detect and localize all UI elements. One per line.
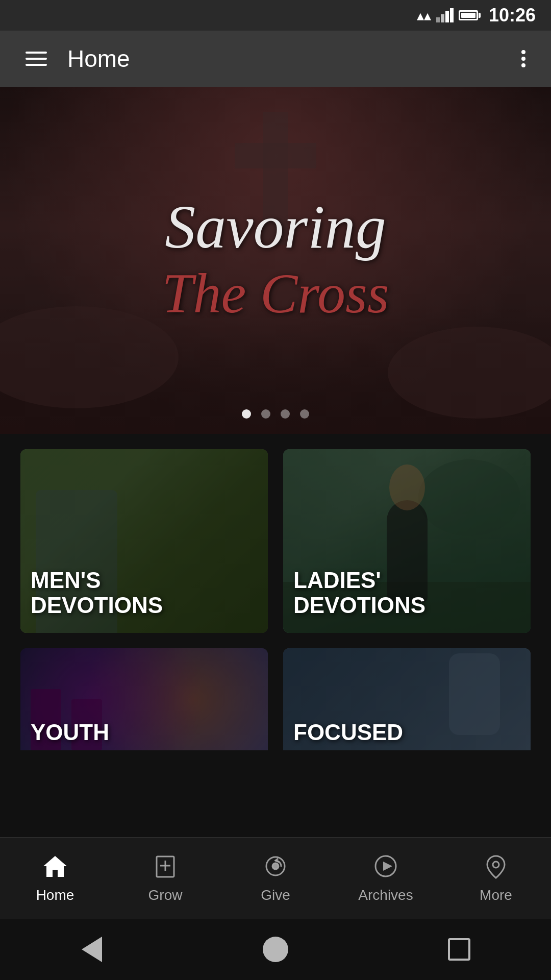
nav-item-more[interactable]: More: [441, 848, 551, 909]
system-navigation: [0, 919, 551, 980]
status-icons: ▴▴: [417, 7, 481, 24]
give-icon: [263, 853, 288, 883]
more-nav-icon: [483, 853, 509, 883]
dot: [521, 50, 525, 54]
signal-icon: [436, 8, 454, 22]
nav-item-give[interactable]: Give: [220, 848, 331, 909]
svg-marker-0: [43, 856, 67, 877]
carousel-dots: [242, 409, 309, 419]
card-grid-2: YOUTH FOCUSED: [20, 648, 531, 750]
hamburger-line: [26, 52, 47, 54]
nav-label-home: Home: [36, 887, 74, 903]
status-bar: ▴▴ 10:26: [0, 0, 551, 31]
ladies-devotions-card[interactable]: LADIES' DEVOTIONS: [283, 449, 531, 633]
back-button[interactable]: [71, 929, 112, 970]
svg-point-5: [272, 863, 279, 869]
card-label: YOUTH: [31, 720, 258, 745]
wifi-icon: ▴▴: [417, 7, 431, 24]
carousel-dot-4[interactable]: [300, 409, 309, 419]
battery-icon: [459, 10, 481, 20]
home-icon: [42, 853, 68, 883]
youth-card[interactable]: YOUTH: [20, 648, 268, 750]
archives-icon: [373, 853, 398, 883]
hero-banner: Savoring The Cross: [0, 87, 551, 434]
grow-icon: [153, 853, 178, 883]
nav-item-grow[interactable]: Grow: [110, 848, 220, 909]
carousel-dot-3[interactable]: [281, 409, 290, 419]
hero-text: Savoring The Cross: [141, 197, 409, 325]
svg-point-8: [493, 862, 499, 868]
home-icon: [263, 937, 288, 962]
dot: [521, 57, 525, 61]
nav-label-archives: Archives: [358, 887, 413, 903]
nav-label-grow: Grow: [148, 887, 183, 903]
nav-item-home[interactable]: Home: [0, 848, 110, 909]
content-area: MEN'S DEVOTIONS LADIES' DEVOTIONS: [0, 434, 551, 750]
overflow-menu-button[interactable]: [516, 45, 531, 72]
time-display: 10:26: [489, 5, 536, 26]
hamburger-line: [26, 58, 47, 60]
hamburger-menu-button[interactable]: [20, 46, 52, 71]
carousel-dot-1[interactable]: [242, 409, 251, 419]
bottom-navigation: Home Grow Give: [0, 837, 551, 919]
home-button[interactable]: [255, 929, 296, 970]
toolbar: Home: [0, 31, 551, 87]
dot: [521, 63, 525, 67]
card-label: LADIES' DEVOTIONS: [293, 568, 520, 618]
nav-label-more: More: [480, 887, 512, 903]
hero-title-line2: The Cross: [162, 263, 389, 325]
carousel-dot-2[interactable]: [261, 409, 270, 419]
mens-devotions-card[interactable]: MEN'S DEVOTIONS: [20, 449, 268, 633]
hamburger-line: [26, 64, 47, 66]
back-icon: [82, 937, 102, 962]
card-label: FOCUSED: [293, 720, 520, 745]
focused-card[interactable]: FOCUSED: [283, 648, 531, 750]
nav-item-archives[interactable]: Archives: [331, 848, 441, 909]
recents-icon: [448, 938, 470, 961]
card-label: MEN'S DEVOTIONS: [31, 568, 258, 618]
recents-button[interactable]: [439, 929, 480, 970]
hero-title-line1: Savoring: [162, 197, 389, 258]
card-grid: MEN'S DEVOTIONS LADIES' DEVOTIONS: [20, 449, 531, 633]
nav-label-give: Give: [261, 887, 290, 903]
page-title: Home: [67, 45, 501, 72]
svg-marker-7: [383, 862, 392, 871]
